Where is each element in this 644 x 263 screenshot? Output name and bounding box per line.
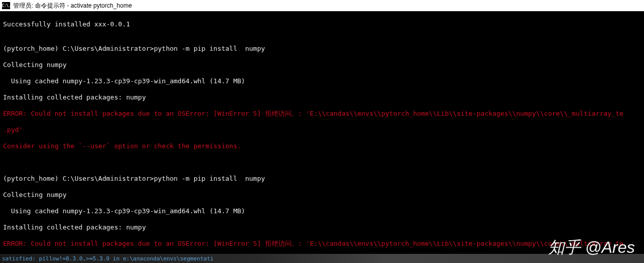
terminal-output[interactable]: Successfully installed xxx-0.0.1 (pytorc…: [0, 11, 644, 263]
output-line: Using cached numpy-1.23.3-cp39-cp39-win_…: [3, 77, 641, 85]
background-terminal-strip: satisfied: pillow!=8.3.0,>=5.3.0 in e:\a…: [0, 254, 644, 263]
error-line: ERROR: Could not install packages due to…: [3, 110, 641, 118]
output-line: Installing collected packages: numpy: [3, 223, 641, 232]
prompt-line: (pytorch_home) C:\Users\Administrator>py…: [3, 175, 641, 183]
window-title: 管理员: 命令提示符 - activate pytorch_home: [13, 2, 132, 10]
background-text: satisfied: pillow!=8.3.0,>=5.3.0 in e:\a…: [2, 255, 213, 262]
output-line: Successfully installed xxx-0.0.1: [3, 20, 641, 28]
output-line: Collecting numpy: [3, 191, 641, 199]
window-titlebar: C:\. 管理员: 命令提示符 - activate pytorch_home: [0, 0, 644, 11]
error-line: Consider using the `--user` option or ch…: [3, 142, 641, 150]
output-line: Installing collected packages: numpy: [3, 93, 641, 102]
output-line: Using cached numpy-1.23.3-cp39-cp39-win_…: [3, 207, 641, 215]
cmd-icon: C:\.: [2, 2, 10, 9]
prompt-line: (pytorch_home) C:\Users\Administrator>py…: [3, 45, 641, 53]
output-line: Collecting numpy: [3, 61, 641, 69]
error-line: .pyd': [3, 126, 641, 134]
error-line: ERROR: Could not install packages due to…: [3, 240, 641, 248]
